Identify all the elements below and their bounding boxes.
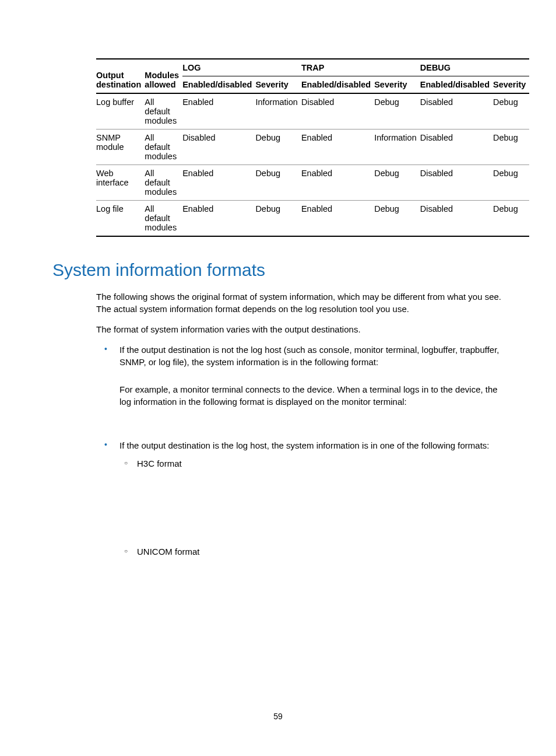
cell-dbg-sev: Debug bbox=[493, 201, 529, 237]
sub-list-item: UNICOM format bbox=[119, 545, 507, 558]
cell-dbg-en: Disabled bbox=[420, 130, 493, 165]
section-heading: System information formats bbox=[52, 260, 504, 280]
cell-trap-sev: Debug bbox=[374, 93, 420, 130]
cell-log-en: Enabled bbox=[182, 93, 255, 130]
cell-dest: Log buffer bbox=[96, 93, 145, 130]
cell-dbg-en: Disabled bbox=[420, 93, 493, 130]
table-row: Log buffer All default modules Enabled I… bbox=[96, 93, 529, 130]
list-item: If the output destination is not the log… bbox=[96, 344, 507, 431]
cell-log-sev: Debug bbox=[255, 201, 301, 237]
th-trap: TRAP bbox=[301, 59, 420, 76]
th-debug-enabled: Enabled/disabled bbox=[420, 76, 493, 94]
paragraph: The format of system information varies … bbox=[96, 323, 507, 335]
cell-trap-en: Disabled bbox=[301, 93, 374, 130]
th-output-dest: Output destination bbox=[96, 59, 145, 93]
config-table: Output destination Modules allowed LOG T… bbox=[96, 58, 529, 237]
th-log-enabled: Enabled/disabled bbox=[182, 76, 255, 94]
cell-trap-sev: Debug bbox=[374, 201, 420, 237]
cell-dbg-sev: Debug bbox=[493, 165, 529, 201]
cell-dest: Web interface bbox=[96, 165, 145, 201]
th-debug: DEBUG bbox=[420, 59, 530, 76]
cell-mods: All default modules bbox=[145, 130, 182, 165]
bullet-text: If the output destination is the log hos… bbox=[119, 440, 490, 450]
table-row: SNMP module All default modules Disabled… bbox=[96, 130, 529, 165]
bullet-text: If the output destination is not the log… bbox=[119, 345, 499, 367]
th-log: LOG bbox=[182, 59, 301, 76]
page-number: 59 bbox=[0, 712, 556, 721]
cell-dbg-en: Disabled bbox=[420, 165, 493, 201]
cell-trap-sev: Information bbox=[374, 130, 420, 165]
th-trap-enabled: Enabled/disabled bbox=[301, 76, 374, 94]
cell-trap-en: Enabled bbox=[301, 201, 374, 237]
cell-mods: All default modules bbox=[145, 165, 182, 201]
table-row: Log file All default modules Enabled Deb… bbox=[96, 201, 529, 237]
table-row: Web interface All default modules Enable… bbox=[96, 165, 529, 201]
bullet-text: For example, a monitor terminal connects… bbox=[119, 384, 498, 407]
cell-log-en: Enabled bbox=[182, 201, 255, 237]
th-modules: Modules allowed bbox=[145, 59, 182, 93]
cell-dbg-sev: Debug bbox=[493, 130, 529, 165]
cell-log-en: Disabled bbox=[182, 130, 255, 165]
cell-log-sev: Debug bbox=[255, 130, 301, 165]
sub-list-item: H3C format bbox=[119, 457, 507, 470]
cell-log-en: Enabled bbox=[182, 165, 255, 201]
list-item: If the output destination is the log hos… bbox=[96, 439, 507, 558]
paragraph: The following shows the original format … bbox=[96, 290, 507, 315]
cell-dbg-sev: Debug bbox=[493, 93, 529, 130]
th-trap-severity: Severity bbox=[374, 76, 420, 94]
cell-dest: SNMP module bbox=[96, 130, 145, 165]
cell-dbg-en: Disabled bbox=[420, 201, 493, 237]
cell-dest: Log file bbox=[96, 201, 145, 237]
th-debug-severity: Severity bbox=[493, 76, 529, 94]
cell-trap-sev: Debug bbox=[374, 165, 420, 201]
cell-mods: All default modules bbox=[145, 93, 182, 130]
cell-log-sev: Debug bbox=[255, 165, 301, 201]
th-log-severity: Severity bbox=[255, 76, 301, 94]
cell-mods: All default modules bbox=[145, 201, 182, 237]
cell-log-sev: Information bbox=[255, 93, 301, 130]
cell-trap-en: Enabled bbox=[301, 130, 374, 165]
cell-trap-en: Enabled bbox=[301, 165, 374, 201]
